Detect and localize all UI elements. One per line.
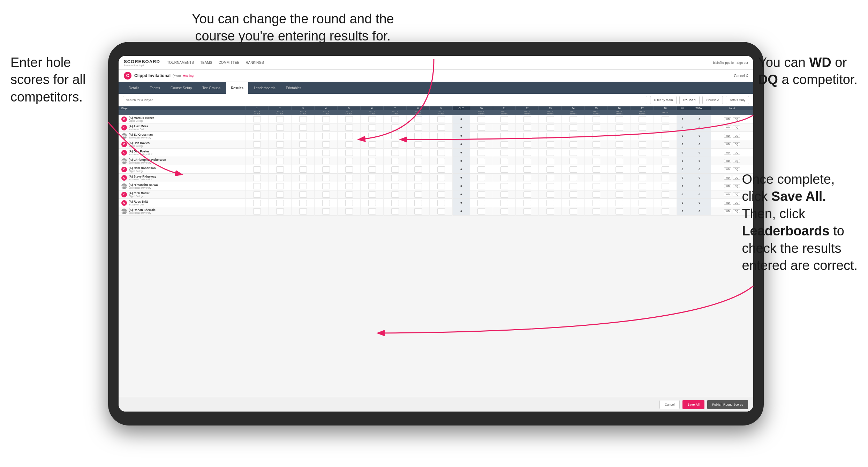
score-input-6[interactable] xyxy=(368,191,376,198)
hole-11-score[interactable] xyxy=(493,123,516,132)
score-input-8[interactable] xyxy=(414,175,422,181)
hole-14-score[interactable] xyxy=(562,174,585,182)
score-input-4[interactable] xyxy=(322,191,330,198)
dq-button[interactable]: DQ xyxy=(733,134,740,138)
wd-button[interactable]: WD xyxy=(724,201,732,205)
score-input-8[interactable] xyxy=(414,116,422,122)
hole-1-score[interactable] xyxy=(246,165,269,174)
hole-4-score[interactable] xyxy=(315,165,338,174)
score-input-12[interactable] xyxy=(523,191,531,198)
wd-button[interactable]: WD xyxy=(724,117,732,121)
score-input-13[interactable] xyxy=(546,166,554,173)
score-input-7[interactable] xyxy=(391,116,399,122)
score-input-11[interactable] xyxy=(500,116,508,122)
hole-1-score[interactable] xyxy=(246,140,269,149)
wd-button[interactable]: WD xyxy=(724,167,732,171)
hole-18-score[interactable] xyxy=(654,132,677,140)
score-input-4[interactable] xyxy=(322,133,330,139)
hole-11-score[interactable] xyxy=(493,149,516,157)
hole-15-score[interactable] xyxy=(585,182,608,190)
wd-button[interactable]: WD xyxy=(724,151,732,155)
score-input-13[interactable] xyxy=(546,158,554,164)
hole-18-score[interactable] xyxy=(654,190,677,199)
score-input-17[interactable] xyxy=(639,183,646,189)
score-input-14[interactable] xyxy=(569,183,577,189)
hole-4-score[interactable] xyxy=(315,182,338,190)
hole-10-score[interactable] xyxy=(470,190,493,199)
score-input-14[interactable] xyxy=(569,141,577,148)
score-input-6[interactable] xyxy=(368,175,376,181)
hole-7-score[interactable] xyxy=(384,149,407,157)
hole-14-score[interactable] xyxy=(562,132,585,140)
score-input-18[interactable] xyxy=(662,191,669,198)
score-input-3[interactable] xyxy=(299,208,307,214)
score-input-10[interactable] xyxy=(477,116,485,122)
score-input-2[interactable] xyxy=(276,191,284,198)
hole-16-score[interactable] xyxy=(608,165,631,174)
hole-13-score[interactable] xyxy=(539,190,562,199)
course-selector[interactable]: Course A xyxy=(702,96,723,104)
score-input-9[interactable] xyxy=(437,158,445,164)
tab-printables[interactable]: Printables xyxy=(281,82,306,94)
hole-8-score[interactable] xyxy=(407,207,430,216)
score-input-3[interactable] xyxy=(299,166,307,173)
score-input-15[interactable] xyxy=(592,150,600,156)
hole-4-score[interactable] xyxy=(315,199,338,207)
score-input-9[interactable] xyxy=(437,200,445,206)
score-input-17[interactable] xyxy=(639,191,646,198)
hole-8-score[interactable] xyxy=(407,190,430,199)
score-input-14[interactable] xyxy=(569,133,577,139)
score-input-18[interactable] xyxy=(662,208,669,214)
score-input-4[interactable] xyxy=(322,175,330,181)
hole-18-score[interactable] xyxy=(654,149,677,157)
score-input-6[interactable] xyxy=(368,166,376,173)
score-input-1[interactable] xyxy=(253,175,261,181)
score-input-12[interactable] xyxy=(523,150,531,156)
score-input-1[interactable] xyxy=(253,125,261,131)
hole-5-score[interactable] xyxy=(338,115,361,123)
score-input-7[interactable] xyxy=(391,208,399,214)
score-input-11[interactable] xyxy=(500,141,508,148)
score-input-3[interactable] xyxy=(299,158,307,164)
score-input-2[interactable] xyxy=(276,116,284,122)
nav-tournaments[interactable]: TOURNAMENTS xyxy=(167,61,194,65)
cancel-link[interactable]: Cancel X xyxy=(734,74,748,78)
score-input-11[interactable] xyxy=(500,200,508,206)
score-input-17[interactable] xyxy=(639,150,646,156)
score-input-3[interactable] xyxy=(299,150,307,156)
score-input-11[interactable] xyxy=(500,166,508,173)
hole-9-score[interactable] xyxy=(430,165,453,174)
score-input-7[interactable] xyxy=(391,200,399,206)
score-input-13[interactable] xyxy=(546,125,554,131)
score-input-17[interactable] xyxy=(639,208,646,214)
hole-17-score[interactable] xyxy=(631,182,654,190)
score-input-17[interactable] xyxy=(639,175,646,181)
hole-7-score[interactable] xyxy=(384,207,407,216)
hole-13-score[interactable] xyxy=(539,157,562,165)
hole-17-score[interactable] xyxy=(631,165,654,174)
hole-4-score[interactable] xyxy=(315,190,338,199)
score-input-16[interactable] xyxy=(616,208,623,214)
hole-1-score[interactable] xyxy=(246,182,269,190)
hole-3-score[interactable] xyxy=(292,132,315,140)
hole-3-score[interactable] xyxy=(292,199,315,207)
score-input-3[interactable] xyxy=(299,191,307,198)
hole-1-score[interactable] xyxy=(246,199,269,207)
hole-13-score[interactable] xyxy=(539,199,562,207)
score-input-13[interactable] xyxy=(546,183,554,189)
score-input-1[interactable] xyxy=(253,183,261,189)
score-input-5[interactable] xyxy=(345,125,353,131)
hole-15-score[interactable] xyxy=(585,165,608,174)
hole-13-score[interactable] xyxy=(539,207,562,216)
score-input-14[interactable] xyxy=(569,166,577,173)
hole-9-score[interactable] xyxy=(430,115,453,123)
score-input-11[interactable] xyxy=(500,125,508,131)
score-input-11[interactable] xyxy=(500,183,508,189)
score-input-6[interactable] xyxy=(368,208,376,214)
hole-6-score[interactable] xyxy=(361,123,384,132)
score-input-1[interactable] xyxy=(253,158,261,164)
score-input-6[interactable] xyxy=(368,125,376,131)
score-input-18[interactable] xyxy=(662,175,669,181)
hole-16-score[interactable] xyxy=(608,182,631,190)
hole-8-score[interactable] xyxy=(407,149,430,157)
